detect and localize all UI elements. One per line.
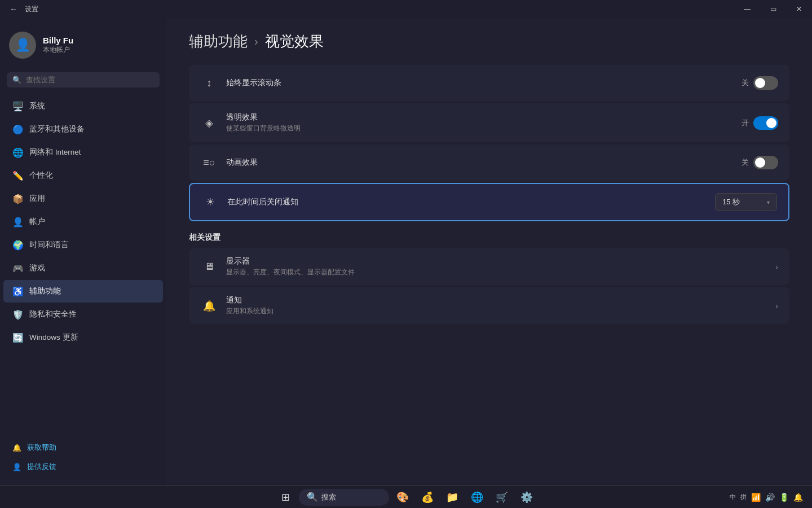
sidebar-item-label: 时间和语言	[29, 240, 69, 250]
notification-dropdown-value: 15 秒	[722, 197, 740, 207]
user-name: Billy Fu	[43, 36, 73, 45]
sidebar-item-personalize[interactable]: ✏️ 个性化	[3, 164, 163, 187]
toggle-knob	[766, 118, 776, 128]
taskbar-sound-icon[interactable]: 🔊	[765, 493, 775, 502]
search-input[interactable]	[26, 76, 154, 84]
sidebar-item-network[interactable]: 🌐 网络和 Internet	[3, 141, 163, 164]
notification-rel-desc: 应用和系统通知	[226, 306, 775, 316]
user-profile[interactable]: 👤 Billy Fu 本地帐户	[0, 18, 166, 68]
related-notification[interactable]: 🔔 通知 应用和系统通知 ›	[189, 287, 789, 324]
toggle-knob	[755, 157, 765, 168]
sidebar-item-label: 应用	[29, 194, 45, 204]
sidebar-item-label: 蓝牙和其他设备	[29, 124, 85, 134]
bell-icon: 🔔	[200, 297, 218, 315]
sidebar-item-label: Windows 更新	[29, 332, 78, 343]
minimize-button[interactable]: —	[734, 0, 760, 18]
sidebar-item-windows-update[interactable]: 🔄 Windows 更新	[3, 326, 163, 349]
scrollbar-icon: ↕	[200, 74, 218, 92]
taskbar-search-text: 搜索	[321, 492, 336, 502]
help-button[interactable]: 🔔 获取帮助	[7, 438, 160, 457]
transparency-toggle[interactable]	[753, 116, 778, 130]
display-icon: 🖥	[200, 258, 218, 276]
animation-toggle[interactable]	[753, 156, 778, 169]
taskbar-edge-icon[interactable]: 🌐	[466, 487, 488, 507]
sidebar-item-label: 隐私和安全性	[29, 309, 77, 319]
notification-dropdown[interactable]: 15 秒 ▾	[715, 193, 777, 211]
taskbar-colorful-icon[interactable]: 🎨	[391, 487, 414, 507]
apps-icon: 📦	[12, 193, 24, 204]
transparency-control: 开	[742, 116, 778, 130]
notification-title: 在此时间后关闭通知	[227, 197, 715, 207]
animation-title: 动画效果	[226, 157, 742, 168]
sidebar-item-accessibility[interactable]: ♿ 辅助功能	[3, 280, 163, 303]
animation-icon: ≡○	[200, 154, 218, 172]
avatar: 👤	[9, 32, 36, 59]
windows-start-icon: ⊞	[281, 491, 290, 503]
bluetooth-icon: 🔵	[12, 124, 24, 135]
chevron-right-icon: ›	[775, 301, 778, 310]
sidebar-item-label: 帐户	[29, 217, 45, 227]
taskbar-app1-icon[interactable]: 💰	[416, 487, 439, 507]
feedback-icon: 👤	[12, 463, 21, 471]
animation-toggle-label: 关	[742, 157, 749, 168]
taskbar-settings-icon[interactable]: ⚙️	[515, 487, 538, 507]
sidebar-item-games[interactable]: 🎮 游戏	[3, 257, 163, 279]
transparency-title: 透明效果	[226, 112, 742, 122]
titlebar-title: 设置	[25, 5, 38, 14]
taskbar-search-icon: 🔍	[307, 492, 318, 502]
user-info: Billy Fu 本地帐户	[43, 36, 73, 55]
sidebar-item-label: 辅助功能	[29, 286, 61, 296]
sidebar-item-label: 系统	[29, 101, 45, 111]
notification-rel-title: 通知	[226, 295, 775, 305]
transparency-icon: ◈	[200, 114, 218, 132]
start-button[interactable]: ⊞	[274, 487, 297, 507]
search-icon: 🔍	[12, 76, 21, 84]
scrollbar-toggle[interactable]	[753, 76, 778, 90]
sidebar-item-label: 游戏	[29, 263, 45, 273]
nav-list: 🖥️ 系统 🔵 蓝牙和其他设备 🌐 网络和 Internet ✏️ 个性化 📦 …	[0, 94, 166, 433]
taskbar-search[interactable]: 🔍 搜索	[299, 489, 389, 506]
sidebar-item-accounts[interactable]: 👤 帐户	[3, 211, 163, 233]
sidebar-bottom: 🔔 获取帮助 👤 提供反馈	[0, 433, 166, 485]
main-content: 辅助功能 › 视觉效果 ↕ 始终显示滚动条 关 ◈ 透明效果 使某些窗口背景略微…	[166, 18, 812, 485]
titlebar: ← 设置 — ▭ ✕	[0, 0, 812, 18]
accessibility-icon: ♿	[12, 286, 24, 297]
privacy-icon: 🛡️	[12, 309, 24, 320]
scrollbar-title: 始终显示滚动条	[226, 78, 742, 88]
time-icon: 🌍	[12, 239, 24, 251]
sidebar-item-label: 个性化	[29, 170, 53, 181]
setting-notification-timeout: ☀ 在此时间后关闭通知 15 秒 ▾	[189, 183, 789, 221]
taskbar-wifi-icon[interactable]: 📶	[751, 493, 761, 502]
feedback-button[interactable]: 👤 提供反馈	[7, 457, 160, 476]
taskbar-center: ⊞ 🔍 搜索 🎨 💰 📁 🌐 🛒 ⚙️	[274, 487, 538, 507]
sidebar-item-system[interactable]: 🖥️ 系统	[3, 95, 163, 117]
personalize-icon: ✏️	[12, 170, 24, 181]
sidebar-item-apps[interactable]: 📦 应用	[3, 187, 163, 210]
system-icon: 🖥️	[12, 100, 24, 112]
taskbar-files-icon[interactable]: 📁	[441, 487, 464, 507]
related-display[interactable]: 🖥 显示器 显示器、亮度、夜间模式、显示器配置文件 ›	[189, 248, 789, 285]
taskbar-store-icon[interactable]: 🛒	[491, 487, 513, 507]
taskbar-notification-icon[interactable]: 🔔	[793, 493, 803, 502]
sidebar-item-time[interactable]: 🌍 时间和语言	[3, 234, 163, 256]
taskbar-lang-chinese: 中	[730, 493, 736, 501]
sidebar-item-privacy[interactable]: 🛡️ 隐私和安全性	[3, 303, 163, 326]
maximize-button[interactable]: ▭	[760, 0, 786, 18]
network-icon: 🌐	[12, 147, 24, 158]
taskbar-battery-icon[interactable]: 🔋	[779, 493, 789, 502]
transparency-toggle-label: 开	[742, 118, 749, 128]
search-box[interactable]: 🔍	[7, 72, 160, 87]
display-desc: 显示器、亮度、夜间模式、显示器配置文件	[226, 268, 775, 277]
breadcrumb: 辅助功能	[189, 32, 248, 51]
help-icon: 🔔	[12, 444, 21, 452]
accounts-icon: 👤	[12, 216, 24, 227]
toggle-knob	[755, 78, 765, 88]
sidebar-item-bluetooth[interactable]: 🔵 蓝牙和其他设备	[3, 118, 163, 141]
setting-scrollbar: ↕ 始终显示滚动条 关	[189, 65, 789, 101]
close-button[interactable]: ✕	[786, 0, 812, 18]
titlebar-controls: — ▭ ✕	[734, 0, 812, 18]
notification-icon: ☀	[201, 193, 219, 211]
setting-transparency: ◈ 透明效果 使某些窗口背景略微透明 开	[189, 103, 789, 142]
windows-update-icon: 🔄	[12, 332, 24, 343]
back-button[interactable]: ←	[7, 2, 20, 16]
